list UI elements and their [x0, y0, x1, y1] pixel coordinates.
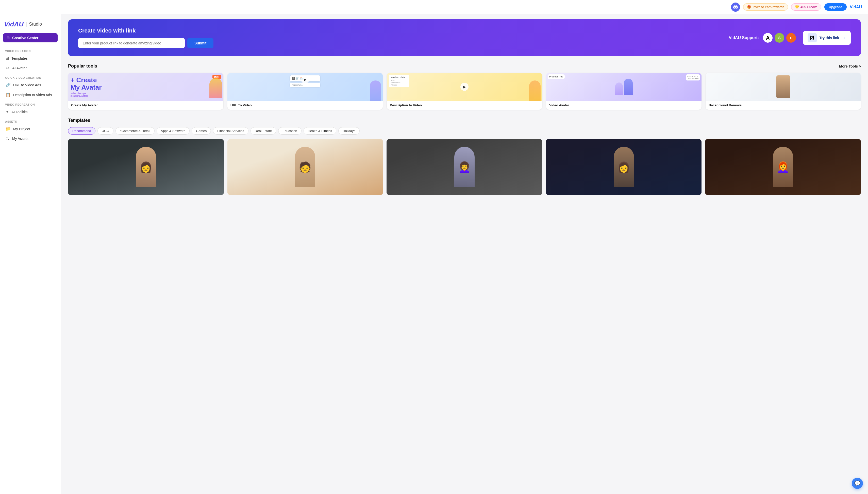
hero-title: Create video with link	[78, 27, 213, 34]
try-link-inner: Try this link	[819, 36, 839, 40]
sidebar-item-my-project[interactable]: 📁 My Project	[3, 124, 58, 134]
more-tools-link[interactable]: More Tools >	[839, 64, 861, 68]
filter-real-estate[interactable]: Real Estate	[251, 127, 276, 135]
section-label-quick-video: Quick Video Creation	[3, 74, 58, 80]
tools-grid: HOT + CreateMy Avatar Subscribers get2 c…	[68, 73, 861, 110]
url-to-video-label: URL to Video Ads	[13, 83, 41, 87]
template-card-3[interactable]: 👩‍🦱	[387, 139, 542, 195]
logo-studio: Studio	[29, 22, 42, 27]
try-link-text: Try this link	[819, 36, 839, 40]
template-card-1[interactable]: 👩	[68, 139, 224, 195]
tool-card-background-removal[interactable]: Background Removal	[706, 73, 861, 110]
filter-holidays[interactable]: Holidays	[338, 127, 360, 135]
tool-card-video-avatar[interactable]: Product Title Character +Text + Audio Vi…	[546, 73, 701, 110]
filter-recommend[interactable]: Recommend	[68, 127, 95, 135]
product-link-input[interactable]	[78, 38, 185, 48]
tool-card-url-to-video[interactable]: 🅰🛒🏪 … http://www... ▶ URL To Video	[227, 73, 383, 110]
main-layout: VidAU | Studio ⊞ Creative Center Video C…	[0, 14, 868, 494]
tool-thumb-video: Product Title Character +Text + Audio	[546, 73, 701, 101]
hero-banner: Create video with link Submit VidAU Supp…	[68, 19, 861, 56]
templates-header: Templates	[68, 118, 861, 123]
shopify-icon[interactable]: S	[775, 33, 784, 43]
try-link-arrow: →	[842, 35, 846, 41]
try-link-button[interactable]: 🖼 Try this link →	[803, 31, 851, 45]
desc-icon: 📋	[5, 92, 11, 97]
hero-input-row: Submit	[78, 38, 213, 48]
invite-button[interactable]: 🎁 Invite to earn rewards	[743, 3, 788, 11]
section-label-video-recreation: Video Recreation	[3, 101, 58, 107]
chat-bubble[interactable]: 💬	[852, 478, 863, 489]
credits-icon: 💛	[795, 5, 799, 9]
sidebar: VidAU | Studio ⊞ Creative Center Video C…	[0, 14, 61, 494]
template-card-inner-1: 👩	[68, 139, 224, 195]
ai-avatar-label: AI Avatar	[12, 66, 27, 70]
etsy-icon[interactable]: E	[786, 33, 796, 43]
tool-label-video-avatar: Video Avatar	[546, 101, 701, 110]
section-label-assets: Assets	[3, 118, 58, 124]
tool-label-background-removal: Background Removal	[706, 101, 861, 110]
brand-logo-topnav[interactable]: VidAU	[850, 5, 862, 10]
template-card-inner-4: 👩	[546, 139, 702, 195]
credits-button[interactable]: 💛 465 Credits	[791, 3, 821, 11]
templates-icon: ⊞	[5, 56, 9, 61]
sidebar-item-desc-to-video[interactable]: 📋 Description to Video Ads	[3, 90, 58, 99]
assets-icon: 🗂	[5, 136, 9, 141]
tool-label-create-avatar: Create My Avatar	[68, 101, 223, 110]
templates-label: Templates	[12, 56, 28, 60]
tool-label-desc-to-video: Description to Video	[387, 101, 542, 110]
logo-text: VidAU	[4, 20, 24, 28]
project-icon: 📁	[5, 127, 11, 131]
filter-games[interactable]: Games	[192, 127, 211, 135]
popular-tools-title: Popular tools	[68, 63, 97, 69]
tool-thumb-desc: Product Title Title Parameter Picture ▶	[387, 73, 542, 101]
filter-health[interactable]: Health & Fitness	[304, 127, 336, 135]
sidebar-item-ai-avatar[interactable]: ☺ AI Avatar	[3, 63, 58, 73]
template-card-4[interactable]: 👩	[546, 139, 702, 195]
top-navigation: 🎁 Invite to earn rewards 💛 465 Credits U…	[0, 0, 868, 14]
my-project-label: My Project	[13, 127, 30, 131]
filter-education[interactable]: Education	[278, 127, 302, 135]
template-card-inner-2: 🧑	[227, 139, 383, 195]
filter-apps[interactable]: Apps & Software	[157, 127, 190, 135]
filter-ecommerce[interactable]: eCommerce & Retail	[115, 127, 155, 135]
play-icon-url: ▶	[301, 75, 309, 83]
my-assets-label: My Assets	[12, 137, 28, 141]
upgrade-button[interactable]: Upgrade	[824, 3, 847, 11]
grid-icon: ⊞	[6, 36, 9, 40]
support-label: VidAU Support:	[729, 36, 759, 40]
ai-toolkits-label: AI Toolkits	[12, 110, 28, 114]
template-card-inner-3: 👩‍🦱	[387, 139, 542, 195]
tool-label-url-to-video: URL To Video	[227, 101, 383, 110]
sidebar-item-my-assets[interactable]: 🗂 My Assets	[3, 134, 58, 143]
toolkits-icon: ✦	[5, 109, 9, 114]
template-card-2[interactable]: 🧑	[227, 139, 383, 195]
sidebar-item-url-to-video[interactable]: 🔗 URL to Video Ads	[3, 80, 58, 90]
invite-icon: 🎁	[747, 5, 751, 9]
amazon-icon[interactable]: A	[763, 33, 773, 43]
section-label-video-creation: Video Creation	[3, 48, 58, 54]
sidebar-item-ai-toolkits[interactable]: ✦ AI Toolkits	[3, 107, 58, 116]
filter-ugc[interactable]: UGC	[97, 127, 113, 135]
template-filters: Recommend UGC eCommerce & Retail Apps & …	[68, 127, 861, 135]
ai-avatar-icon: ☺	[5, 66, 9, 70]
platform-icons: A S E	[763, 33, 796, 43]
tool-card-desc-to-video[interactable]: Product Title Title Parameter Picture ▶ …	[387, 73, 542, 110]
tool-thumb-bg	[706, 73, 861, 101]
sidebar-item-templates[interactable]: ⊞ Templates	[3, 54, 58, 63]
template-card-5[interactable]: 👩‍🦰	[705, 139, 861, 195]
discord-button[interactable]	[731, 2, 740, 12]
hero-left: Create video with link Submit	[78, 27, 213, 48]
creative-center-button[interactable]: ⊞ Creative Center	[3, 33, 58, 42]
invite-label: Invite to earn rewards	[753, 5, 784, 9]
creative-center-label: Creative Center	[12, 36, 39, 40]
credits-label: 465 Credits	[801, 5, 817, 9]
tool-card-create-avatar[interactable]: HOT + CreateMy Avatar Subscribers get2 c…	[68, 73, 223, 110]
templates-section-title: Templates	[68, 118, 90, 123]
template-card-inner-5: 👩‍🦰	[705, 139, 861, 195]
main-content: Create video with link Submit VidAU Supp…	[61, 14, 868, 494]
submit-button[interactable]: Submit	[187, 38, 213, 48]
filter-financial[interactable]: Financial Services	[213, 127, 249, 135]
try-link-image: 🖼	[808, 33, 817, 42]
tool-thumb-avatar: HOT + CreateMy Avatar Subscribers get2 c…	[68, 73, 223, 101]
logo-divider: |	[26, 21, 27, 27]
